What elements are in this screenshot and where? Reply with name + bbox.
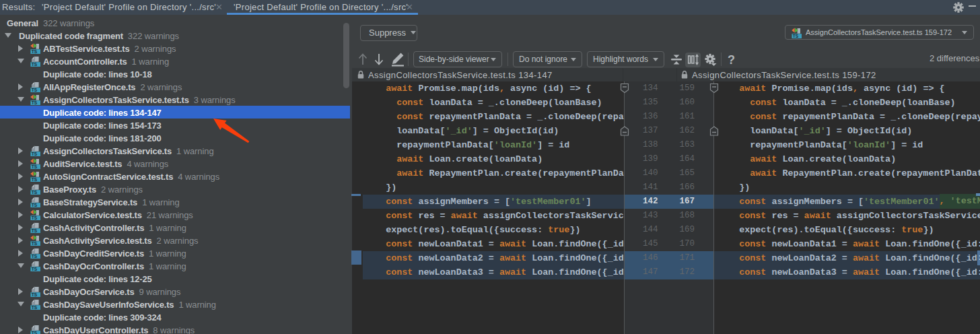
svg-text:?: ? [728,53,735,67]
